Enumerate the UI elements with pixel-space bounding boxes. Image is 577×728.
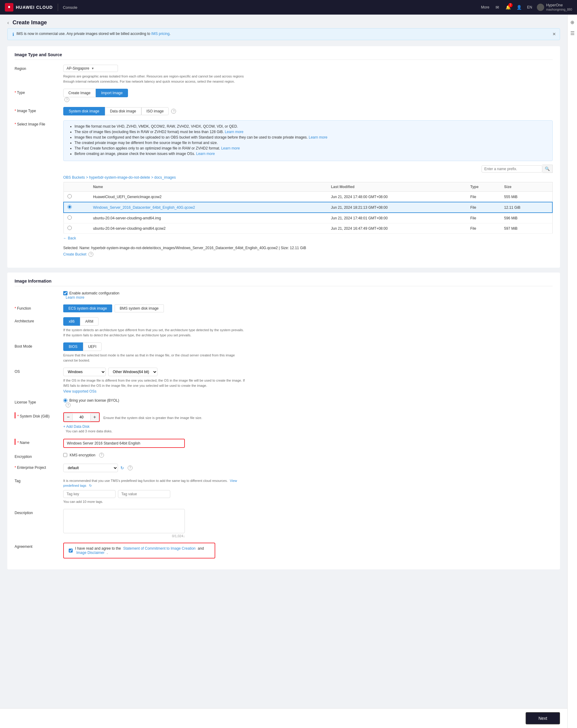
- agreement-box: I have read and agree to the Statement o…: [63, 543, 215, 558]
- col-type: Type: [467, 182, 500, 192]
- search-button[interactable]: 🔍: [542, 165, 553, 173]
- license-help-icon[interactable]: ?: [66, 402, 71, 408]
- section-title-image-info: Image Information: [15, 279, 553, 286]
- disk-hint: Ensure that the system disk size is grea…: [103, 415, 202, 420]
- file-rules-list: Image file format must be VHD, ZVHD, VMD…: [68, 124, 548, 156]
- select-file-row: Select Image File Image file format must…: [15, 120, 553, 257]
- mail-icon[interactable]: ✉: [494, 4, 500, 10]
- disk-minus-btn[interactable]: −: [64, 413, 72, 421]
- file-rule-4: The created private image may be differe…: [74, 141, 548, 145]
- os-type-select[interactable]: Windows: [63, 368, 106, 376]
- char-count: 0/1,024↓: [63, 534, 185, 538]
- learn-more-link-1[interactable]: Learn more: [225, 130, 243, 134]
- bms-func-btn[interactable]: BMS system disk image: [115, 305, 164, 312]
- disclaimer-link[interactable]: Image Disclaimer: [76, 550, 105, 555]
- os-content: Windows Other Windows(64 bit) If the OS …: [63, 368, 553, 393]
- bios-boot-btn[interactable]: BIOS: [63, 342, 83, 351]
- boot-mode-row: Boot Mode BIOS UEFI Ensure that the sele…: [15, 342, 553, 363]
- file-table-header: Name Last Modified Type Size: [64, 182, 552, 192]
- tag-label: Tag: [15, 477, 63, 483]
- file-rule-5: The Fast Create function applies only to…: [74, 146, 548, 150]
- back-link[interactable]: ← Back: [63, 236, 76, 240]
- back-link-area: ← Back: [63, 236, 553, 243]
- tag-inputs: [63, 490, 553, 498]
- more-link[interactable]: More: [481, 5, 489, 9]
- row-radio-2[interactable]: [64, 202, 90, 213]
- kms-help-icon[interactable]: ?: [99, 453, 104, 458]
- byol-radio-label[interactable]: Bring your own license (BYOL): [63, 398, 553, 402]
- enterprise-help-icon[interactable]: ?: [128, 466, 132, 470]
- uefi-boot-btn[interactable]: UEFI: [83, 342, 102, 351]
- import-image-btn[interactable]: Import Image: [96, 89, 128, 97]
- file-name-3: ubuntu-20.04-server-cloudimg-amd64.img: [90, 213, 327, 223]
- tag-row: Tag It is recommended that you use TMS's…: [15, 477, 553, 504]
- user-icon[interactable]: 👤: [516, 4, 522, 10]
- lang-selector[interactable]: EN: [527, 5, 532, 9]
- disk-value-input[interactable]: [72, 414, 91, 421]
- auto-config-checkbox-label[interactable]: Enable automatic configuration: [63, 291, 553, 295]
- file-search-input-box[interactable]: [481, 165, 542, 173]
- brand-name: HUAWEI CLOUD: [16, 5, 53, 10]
- file-search: 🔍: [63, 165, 553, 173]
- row-radio-3[interactable]: [64, 213, 90, 223]
- add-data-disk-btn[interactable]: + Add Data Disk: [63, 424, 553, 429]
- agreement-checkbox[interactable]: [69, 548, 73, 553]
- ims-pricing-link[interactable]: IMS pricing: [151, 32, 170, 36]
- image-info-section: Image Information Enable automatic confi…: [7, 272, 560, 569]
- img-type-group: System disk image Data disk image ISO im…: [63, 107, 553, 115]
- navbar-right: More ✉ 🔔 7 👤 EN HyperOne maohongming_880: [481, 3, 572, 11]
- bell-icon[interactable]: 🔔 7: [505, 4, 511, 10]
- create-image-btn[interactable]: Create Image: [63, 89, 96, 97]
- row-radio-4[interactable]: [64, 223, 90, 234]
- kms-checkbox[interactable]: [63, 453, 67, 457]
- function-btn-group: ECS system disk image BMS system disk im…: [63, 305, 553, 312]
- back-arrow[interactable]: ‹: [7, 20, 9, 26]
- image-type-label: Image Type: [15, 107, 63, 113]
- ecs-func-btn[interactable]: ECS system disk image: [63, 305, 112, 312]
- iso-image-btn[interactable]: ISO image: [141, 107, 169, 115]
- learn-more-link-3[interactable]: Learn more: [221, 146, 240, 150]
- tag-key-input[interactable]: [63, 490, 116, 498]
- sidebar-icon-2[interactable]: ☰: [570, 30, 576, 36]
- view-supported-os-link[interactable]: View supported OSs: [63, 389, 96, 393]
- col-size: Size: [500, 182, 552, 192]
- file-rule-6: Before creating an image, please check t…: [74, 152, 548, 156]
- sidebar-icon-1[interactable]: ⊕: [570, 20, 576, 26]
- page-header: ‹ Create Image: [0, 15, 567, 28]
- type-help-icon[interactable]: ?: [65, 97, 69, 102]
- search-input[interactable]: [484, 167, 540, 171]
- enterprise-select[interactable]: default: [63, 464, 118, 472]
- learn-more-link-2[interactable]: Learn more: [308, 135, 327, 139]
- name-input[interactable]: [64, 439, 184, 447]
- banner-close-btn[interactable]: ✕: [552, 32, 556, 36]
- arm-arch-btn[interactable]: ARM: [80, 317, 99, 326]
- description-textarea[interactable]: [63, 509, 185, 533]
- file-type-1: File: [467, 192, 500, 202]
- byol-radio[interactable]: [63, 398, 68, 402]
- learn-more-link-4[interactable]: Learn more: [196, 152, 215, 156]
- image-type-help-icon[interactable]: ?: [171, 109, 176, 114]
- x86-arch-btn[interactable]: x86: [63, 317, 80, 326]
- auto-config-learn-more[interactable]: Learn more: [66, 295, 84, 300]
- create-bucket-help-icon[interactable]: ?: [89, 252, 93, 257]
- disk-plus-btn[interactable]: +: [91, 413, 99, 421]
- brand-logo[interactable]: HUAWEI CLOUD: [5, 3, 53, 11]
- os-selects: Windows Other Windows(64 bit): [63, 368, 553, 376]
- refresh-icon[interactable]: ↻: [120, 466, 124, 470]
- create-bucket-link[interactable]: Create Bucket: [63, 252, 86, 256]
- breadcrumb[interactable]: OBS Buckets > hyperbdr-system-image-do-n…: [63, 175, 553, 180]
- user-section[interactable]: HyperOne maohongming_880: [537, 3, 572, 11]
- function-row: Function ECS system disk image BMS syste…: [15, 305, 553, 312]
- region-select[interactable]: AP-Singapore ▾: [63, 65, 118, 72]
- auto-config-checkbox[interactable]: [63, 291, 68, 295]
- system-disk-image-btn[interactable]: System disk image: [63, 107, 105, 115]
- next-button[interactable]: Next: [526, 712, 560, 724]
- row-radio-1[interactable]: [64, 192, 90, 202]
- data-disk-image-btn[interactable]: Data disk image: [105, 107, 141, 115]
- tag-value-input[interactable]: [118, 490, 170, 498]
- os-version-select[interactable]: Other Windows(64 bit): [108, 368, 157, 376]
- console-link[interactable]: Console: [63, 5, 77, 10]
- statement-link[interactable]: Statement of Commitment to Image Creatio…: [123, 546, 196, 550]
- arch-btn-group: x86 ARM: [63, 317, 553, 326]
- refresh-tags-icon[interactable]: ↻: [89, 484, 92, 487]
